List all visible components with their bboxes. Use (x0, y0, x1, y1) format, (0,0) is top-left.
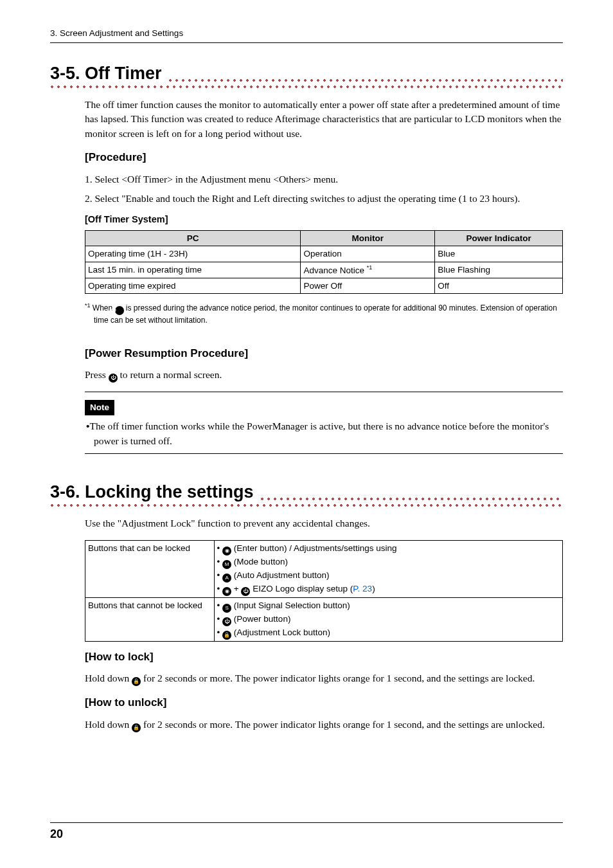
lock-row-label: Buttons that can be locked (85, 540, 215, 597)
note-block: •The off timer function works while the … (85, 419, 563, 454)
page-number: 20 (50, 826, 63, 842)
signal-icon: S (222, 604, 231, 613)
cell-monitor-text: Advance Notice (303, 265, 366, 275)
dotted-rule-36 (260, 497, 563, 501)
note-badge: Note (85, 400, 114, 415)
cell-pi: Blue (435, 246, 563, 262)
lock-row-items: • S (Input Signal Selection button) • ⏻ … (214, 597, 562, 641)
lock-icon: 🔒 (132, 723, 141, 732)
logo-close: ) (372, 584, 375, 593)
step-2: 2. Select "Enable and touch the Right an… (85, 192, 563, 206)
footnote-marker: *1 (85, 302, 91, 309)
unlock-text-block: Hold down 🔒 for 2 seconds or more. The p… (85, 718, 563, 732)
signal-text: (Input Signal Selection button) (231, 601, 350, 610)
logo-post: EIZO Logo display setup ( (250, 584, 353, 593)
step-1: 1. Select <Off Timer> in the Adjustment … (85, 172, 563, 186)
section-35-intro: The off timer function causes the monito… (85, 98, 563, 141)
enter-icon: ◉ (222, 547, 231, 556)
footnote-post: is pressed during the advance notice per… (94, 303, 557, 325)
table-row: Last 15 min. in operating time Advance N… (85, 262, 563, 278)
cell-pc: Last 15 min. in operating time (85, 262, 301, 278)
lock-post: for 2 seconds or more. The power indicat… (141, 673, 535, 683)
unlock-post: for 2 seconds or more. The power indicat… (141, 719, 545, 730)
table-row: Operating time (1H - 23H) Operation Blue (85, 246, 563, 262)
th-pc: PC (85, 230, 301, 246)
cell-monitor: Power Off (301, 278, 435, 294)
lock-text-block: Hold down 🔒 for 2 seconds or more. The p… (85, 671, 563, 686)
lock-row-items: • ◉ (Enter button) / Adjustments/setting… (214, 540, 562, 597)
dotted-rule-35 (168, 78, 563, 82)
mode-text: (Mode button) (231, 557, 288, 566)
power-text: (Power button) (231, 614, 290, 624)
section-35-heading: 3-5. Off Timer (50, 61, 162, 86)
auto-text: (Auto Adjustment button) (231, 570, 329, 580)
cell-pi: Blue Flashing (435, 262, 563, 278)
section-36-heading: 3-6. Locking the settings (50, 480, 254, 505)
unlock-heading: [How to unlock] (85, 695, 563, 711)
power-icon: ⏻ (109, 374, 118, 383)
off-timer-table: PC Monitor Power Indicator Operating tim… (85, 230, 563, 294)
lock-heading: [How to lock] (85, 649, 563, 665)
enter-text: (Enter button) / Adjustments/settings us… (231, 543, 396, 553)
cell-monitor: Advance Notice *1 (301, 262, 435, 278)
note-divider-top: Note (85, 392, 563, 419)
cell-pc: Operating time expired (85, 278, 301, 294)
lock-icon: 🔒 (222, 631, 231, 640)
footer-divider (50, 822, 563, 823)
enter-icon: ◉ (222, 587, 231, 596)
breadcrumb: 3. Screen Adjustment and Settings (50, 27, 563, 40)
cell-monitor: Operation (301, 246, 435, 262)
power-icon: ⏻ (241, 587, 250, 596)
cell-pi: Off (435, 278, 563, 294)
system-heading: [Off Timer System] (85, 213, 563, 226)
lock-pre: Hold down (85, 673, 132, 683)
table-header-row: PC Monitor Power Indicator (85, 230, 563, 246)
table-row: Buttons that can be locked • ◉ (Enter bu… (85, 540, 563, 597)
breadcrumb-divider (50, 42, 563, 43)
resume-post: to return a normal screen. (118, 369, 222, 380)
auto-icon: A (222, 574, 231, 583)
page-23-link[interactable]: P. 23 (353, 584, 372, 593)
note-bullet: •The off timer function works while the … (85, 419, 563, 448)
logo-mid: + (231, 584, 241, 593)
resume-pre: Press (85, 369, 109, 380)
resume-text: Press ⏻ to return a normal screen. (85, 368, 563, 383)
cell-pc: Operating time (1H - 23H) (85, 246, 301, 262)
lock-icon: 🔒 (132, 677, 141, 686)
power-icon: ⏻ (115, 306, 124, 315)
section-36-intro: Use the "Adjustment Lock" function to pr… (85, 516, 563, 530)
table-row: Operating time expired Power Off Off (85, 278, 563, 294)
resume-heading: [Power Resumption Procedure] (85, 346, 563, 362)
table-row: Buttons that cannot be locked • S (Input… (85, 597, 563, 641)
note-text: The off timer function works while the P… (89, 420, 549, 446)
unlock-pre: Hold down (85, 719, 132, 730)
lock-table: Buttons that can be locked • ◉ (Enter bu… (85, 540, 563, 642)
th-monitor: Monitor (301, 230, 435, 246)
lock-text: (Adjustment Lock button) (231, 628, 330, 637)
power-icon: ⏻ (222, 617, 231, 626)
procedure-heading: [Procedure] (85, 150, 563, 166)
mode-icon: M (222, 560, 231, 569)
th-power-indicator: Power Indicator (435, 230, 563, 246)
footnote-ref: *1 (367, 264, 373, 271)
lock-row-label: Buttons that cannot be locked (85, 597, 215, 641)
footnote-1: *1 When ⏻ is pressed during the advance … (85, 302, 563, 326)
